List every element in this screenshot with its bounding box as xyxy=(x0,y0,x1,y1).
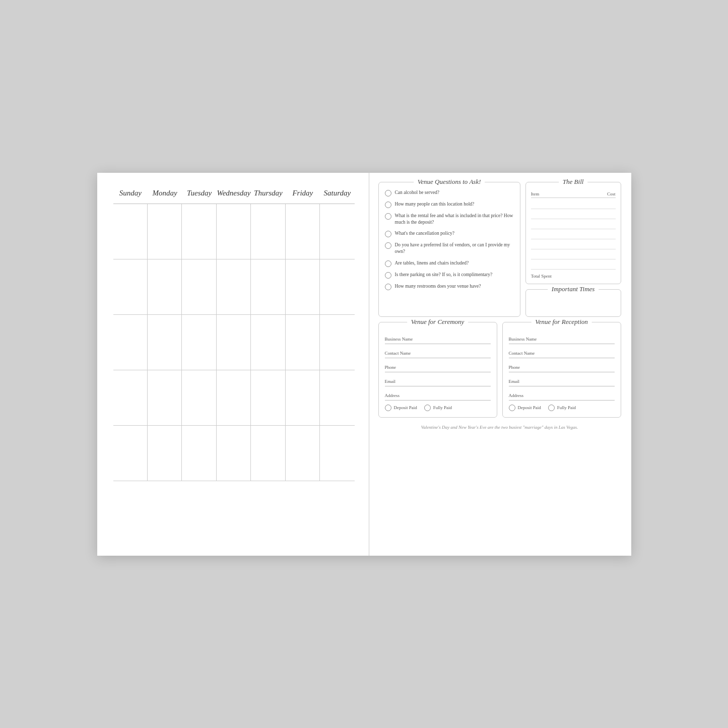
right-top: Venue Questions to Ask! Can alcohol be s… xyxy=(378,182,621,317)
bill-line-2[interactable] xyxy=(531,210,616,219)
calendar-cell[interactable] xyxy=(182,370,216,426)
calendar-cell[interactable] xyxy=(148,426,182,481)
calendar-cell[interactable] xyxy=(148,315,182,370)
question-checkbox-8[interactable] xyxy=(385,284,391,290)
reception-contact-name-label: Contact Name xyxy=(509,351,535,356)
right-bill-times: The Bill Item Cost Total Spent xyxy=(525,182,621,317)
calendar-cell[interactable] xyxy=(113,259,148,315)
right-page: Venue Questions to Ask! Can alcohol be s… xyxy=(369,173,631,556)
question-text-3: What is the rental fee and what is inclu… xyxy=(395,213,514,226)
question-checkbox-3[interactable] xyxy=(385,213,391,220)
ceremony-deposit-checkbox[interactable] xyxy=(385,405,391,411)
ceremony-address-field[interactable]: Address xyxy=(385,390,491,401)
question-text-2: How many people can this location hold? xyxy=(395,201,475,208)
calendar-cell[interactable] xyxy=(217,426,251,481)
bill-total-row: Total Spent xyxy=(531,273,616,279)
calendar-cell[interactable] xyxy=(320,259,354,315)
reception-business-name-field[interactable]: Business Name xyxy=(509,334,615,344)
day-wednesday: Wednesday xyxy=(217,189,251,200)
reception-fullypaid-checkbox[interactable] xyxy=(548,405,555,411)
calendar-cell[interactable] xyxy=(251,315,285,370)
calendar-cell[interactable] xyxy=(148,204,182,259)
ceremony-business-name-label: Business Name xyxy=(385,337,413,342)
reception-address-label: Address xyxy=(509,393,524,398)
question-checkbox-5[interactable] xyxy=(385,242,391,249)
ceremony-contact-name-field[interactable]: Contact Name xyxy=(385,348,491,358)
bill-line-5[interactable] xyxy=(531,240,616,249)
calendar-cell[interactable] xyxy=(113,370,148,426)
bill-line-3[interactable] xyxy=(531,220,616,229)
calendar-cell[interactable] xyxy=(182,204,216,259)
calendar-cell[interactable] xyxy=(320,204,354,259)
reception-phone-field[interactable]: Phone xyxy=(509,362,615,372)
calendar-cell[interactable] xyxy=(320,315,354,370)
calendar-cell[interactable] xyxy=(182,315,216,370)
calendar-cell[interactable] xyxy=(251,370,285,426)
venue-reception-title: Venue for Reception xyxy=(531,318,592,326)
question-checkbox-2[interactable] xyxy=(385,202,391,208)
reception-checkboxes: Deposit Paid Fully Paid xyxy=(509,404,615,411)
reception-address-field[interactable]: Address xyxy=(509,390,615,401)
bill-col-item: Item xyxy=(531,191,540,196)
venue-reception-card: Venue for Reception Business Name Contac… xyxy=(502,322,621,418)
calendar-cell[interactable] xyxy=(182,259,216,315)
calendar-cell[interactable] xyxy=(286,259,320,315)
book-spread: Sunday Monday Tuesday Wednesday Thursday… xyxy=(97,173,631,556)
reception-email-label: Email xyxy=(509,379,520,384)
ceremony-email-label: Email xyxy=(385,379,396,384)
calendar-cell[interactable] xyxy=(251,204,285,259)
reception-fullypaid-label: Fully Paid xyxy=(557,405,576,410)
calendar-cell[interactable] xyxy=(251,259,285,315)
calendar-cell[interactable] xyxy=(320,370,354,426)
question-checkbox-6[interactable] xyxy=(385,260,391,267)
question-item-6: Are tables, linens and chairs included? xyxy=(385,260,514,267)
calendar-cell[interactable] xyxy=(217,204,251,259)
calendar-cell[interactable] xyxy=(217,315,251,370)
question-text-5: Do you have a preferred list of vendors,… xyxy=(395,242,514,255)
calendar-cell[interactable] xyxy=(217,370,251,426)
calendar-cell[interactable] xyxy=(148,370,182,426)
question-text-7: Is there parking on site? If so, is it c… xyxy=(395,272,493,278)
question-item-3: What is the rental fee and what is inclu… xyxy=(385,213,514,226)
question-item-5: Do you have a preferred list of vendors,… xyxy=(385,242,514,255)
question-checkbox-4[interactable] xyxy=(385,231,391,237)
calendar-cell[interactable] xyxy=(286,426,320,481)
bill-col-cost: Cost xyxy=(607,191,616,196)
calendar-cell[interactable] xyxy=(320,426,354,481)
left-page: Sunday Monday Tuesday Wednesday Thursday… xyxy=(97,173,369,556)
question-item-7: Is there parking on site? If so, is it c… xyxy=(385,272,514,279)
calendar-cell[interactable] xyxy=(148,259,182,315)
the-bill-title: The Bill xyxy=(559,178,588,186)
day-saturday: Saturday xyxy=(320,189,354,200)
reception-fullypaid-item: Fully Paid xyxy=(548,404,576,411)
calendar-cell[interactable] xyxy=(113,426,148,481)
ceremony-fullypaid-checkbox[interactable] xyxy=(424,405,431,411)
calendar-cell[interactable] xyxy=(113,204,148,259)
venue-questions-box: Venue Questions to Ask! Can alcohol be s… xyxy=(378,182,520,317)
bill-line-4[interactable] xyxy=(531,230,616,239)
question-checkbox-7[interactable] xyxy=(385,272,391,279)
question-item-8: How many restrooms does your venue have? xyxy=(385,283,514,290)
calendar-cell[interactable] xyxy=(251,426,285,481)
ceremony-phone-field[interactable]: Phone xyxy=(385,362,491,372)
day-thursday: Thursday xyxy=(251,189,285,200)
bill-line-6[interactable] xyxy=(531,250,616,259)
calendar-cell[interactable] xyxy=(286,315,320,370)
calendar-cell[interactable] xyxy=(182,426,216,481)
reception-phone-label: Phone xyxy=(509,365,520,370)
day-sunday: Sunday xyxy=(113,189,148,200)
ceremony-email-field[interactable]: Email xyxy=(385,376,491,386)
the-bill-box: The Bill Item Cost Total Spent xyxy=(525,182,621,284)
calendar-cell[interactable] xyxy=(217,259,251,315)
bill-line-7[interactable] xyxy=(531,260,616,270)
calendar-cell[interactable] xyxy=(286,370,320,426)
bill-line-1[interactable] xyxy=(531,200,616,209)
calendar-cell[interactable] xyxy=(113,315,148,370)
reception-contact-name-field[interactable]: Contact Name xyxy=(509,348,615,358)
ceremony-business-name-field[interactable]: Business Name xyxy=(385,334,491,344)
question-checkbox-1[interactable] xyxy=(385,190,391,196)
reception-email-field[interactable]: Email xyxy=(509,376,615,386)
reception-deposit-checkbox[interactable] xyxy=(509,405,515,411)
calendar-cell[interactable] xyxy=(286,204,320,259)
reception-deposit-item: Deposit Paid xyxy=(509,404,541,411)
